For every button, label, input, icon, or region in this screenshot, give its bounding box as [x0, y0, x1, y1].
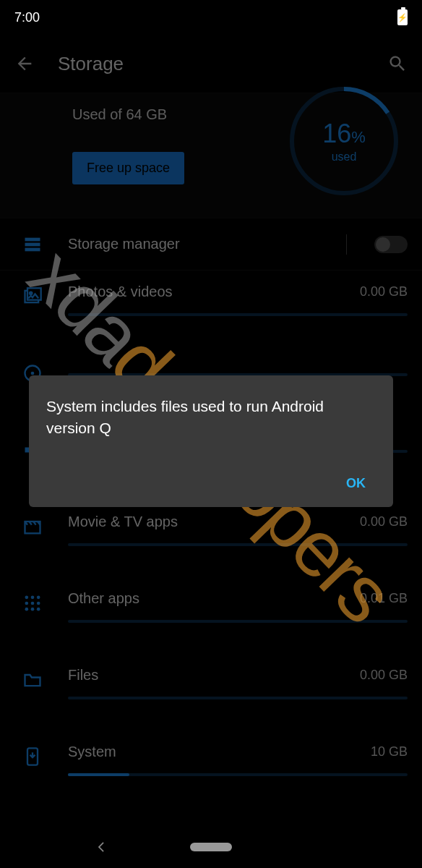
svg-point-15: [25, 596, 29, 600]
svg-point-16: [31, 596, 35, 600]
navigation-bar: [0, 826, 422, 868]
apps-icon: [14, 590, 51, 613]
category-value: 10 GB: [371, 744, 408, 760]
category-progress-bar: [68, 773, 408, 776]
battery-charging-icon: ⚡: [397, 9, 408, 25]
search-icon[interactable]: [387, 54, 408, 74]
category-row-apps[interactable]: Other apps0.01 GB: [0, 577, 422, 654]
svg-point-23: [37, 608, 40, 611]
category-label: Other apps: [68, 590, 139, 607]
usage-ring-chart: 16% used: [286, 83, 402, 199]
system-icon: [14, 744, 51, 767]
category-value: 0.00 GB: [360, 284, 408, 299]
category-row-system[interactable]: System10 GB: [0, 731, 422, 807]
svg-point-22: [31, 608, 35, 611]
status-bar: 7:00 ⚡: [0, 0, 422, 35]
category-progress-bar: [68, 697, 408, 699]
dialog-message: System includes files used to run Androi…: [46, 396, 376, 438]
category-label: System: [68, 744, 116, 760]
files-icon: [14, 667, 51, 690]
storage-summary: Used of 64 GB Free up space 16% used: [0, 93, 422, 218]
svg-point-17: [37, 596, 40, 600]
back-arrow-icon[interactable]: [14, 54, 35, 74]
usage-used-label: used: [332, 150, 357, 163]
vertical-divider: [346, 234, 347, 255]
category-value: 0.00 GB: [360, 668, 408, 683]
movie-icon: [14, 514, 51, 537]
svg-point-9: [31, 372, 35, 375]
category-progress-bar: [68, 543, 408, 546]
page-title: Storage: [58, 53, 364, 75]
usage-percent-value: 16: [322, 119, 351, 148]
dialog-ok-button[interactable]: OK: [336, 469, 376, 498]
category-row-files[interactable]: Files0.00 GB: [0, 654, 422, 731]
system-info-dialog: System includes files used to run Androi…: [29, 375, 393, 507]
storage-manager-label: Storage manager: [68, 236, 329, 252]
storage-manager-icon: [14, 234, 51, 255]
svg-point-7: [30, 292, 33, 295]
storage-manager-toggle[interactable]: [374, 236, 408, 253]
category-label: Photos & videos: [68, 284, 173, 300]
svg-point-21: [25, 608, 29, 611]
storage-manager-row[interactable]: Storage manager: [0, 218, 422, 271]
svg-point-19: [31, 602, 35, 605]
category-row-movie[interactable]: Movie & TV apps0.00 GB: [0, 501, 422, 577]
usage-percent-suffix: %: [351, 128, 366, 146]
svg-rect-2: [25, 237, 40, 241]
svg-rect-3: [25, 242, 40, 246]
photos-icon: [14, 284, 51, 307]
free-up-space-button[interactable]: Free up space: [72, 152, 184, 184]
svg-point-18: [25, 602, 29, 605]
category-progress-bar: [68, 313, 408, 316]
category-label: Movie & TV apps: [68, 514, 178, 530]
category-value: 0.01 GB: [360, 591, 408, 606]
category-label: Files: [68, 667, 98, 684]
category-progress-bar: [68, 620, 408, 623]
nav-back-icon[interactable]: [94, 840, 108, 854]
svg-point-20: [37, 602, 40, 605]
category-row-photos[interactable]: Photos & videos0.00 GB: [0, 271, 422, 347]
nav-home-pill[interactable]: [190, 843, 232, 851]
svg-rect-4: [25, 247, 40, 251]
category-value: 0.00 GB: [360, 514, 408, 529]
status-time: 7:00: [14, 10, 40, 25]
